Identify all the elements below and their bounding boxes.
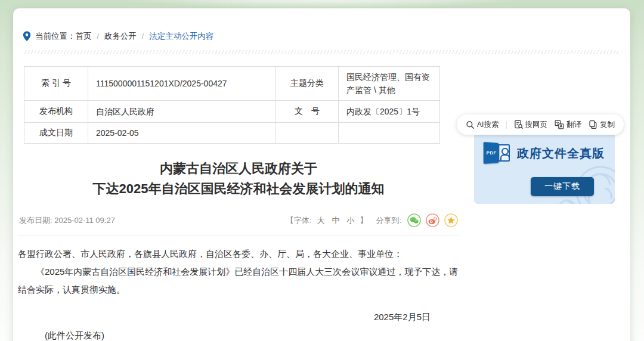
breadcrumb-separator: /	[97, 32, 99, 41]
favorite-star-icon[interactable]	[444, 213, 458, 227]
article-meta-row: 发布日期: 2025-02-11 09:27 【字体: 大 中 小 】 分享到:	[19, 213, 458, 227]
document-column: 索 引 号 1115000001151201XD/2025-00427 主题分类…	[18, 66, 459, 341]
toolbar-item-label: 复制	[600, 120, 615, 130]
floating-toolbar: AI搜索 搜网页 文A 翻译 复制	[457, 114, 624, 135]
sign-date: 2025年2月5日	[18, 312, 459, 323]
font-size-small-button[interactable]: 小	[346, 215, 354, 226]
copy-button[interactable]: 复制	[589, 120, 615, 130]
salutation-paragraph: 各盟行政公署、市人民政府，各旗县人民政府，自治区各委、办、厅、局，各大企业、事业…	[18, 245, 459, 263]
meta-label-topic-category: 主题分类	[276, 67, 339, 101]
public-release-note: (此件公开发布)	[18, 327, 459, 341]
document-body: 各盟行政公署、市人民政府，各旗县人民政府，自治区各委、办、厅、局，各大企业、事业…	[18, 245, 459, 299]
pdf-icon-label: PDF	[487, 150, 497, 156]
breadcrumb-gov-info[interactable]: 政务公开	[104, 31, 137, 42]
location-pin-icon	[23, 31, 31, 42]
hatched-divider	[23, 50, 618, 54]
ai-search-button[interactable]: AI搜索	[466, 120, 499, 130]
share-label: 分享到:	[376, 215, 401, 226]
pdf-card-title: 政府文件全真版	[517, 145, 605, 162]
font-widget-prefix: 【字体:	[286, 215, 312, 226]
font-share-widget: 【字体: 大 中 小 】 分享到:	[286, 213, 458, 227]
meta-value-issuing-agency: 自治区人民政府	[88, 101, 276, 123]
body-paragraph: 《2025年内蒙古自治区国民经济和社会发展计划》已经自治区十四届人大三次会议审议…	[18, 263, 459, 299]
section-divider	[18, 235, 459, 235]
breadcrumb: 当前位置： 首页 / 政务公开 / 法定主动公开内容	[13, 8, 630, 42]
meta-label-empty	[276, 123, 339, 144]
toolbar-item-label: 搜网页	[525, 120, 548, 130]
translate-icon: 文A	[555, 120, 564, 129]
page-title: 内蒙古自治区人民政府关于 下达2025年自治区国民经济和社会发展计划的通知	[18, 159, 459, 199]
meta-value-empty	[339, 123, 440, 144]
table-row: 成文日期 2025-02-05	[24, 123, 440, 144]
weibo-share-icon[interactable]	[426, 213, 439, 227]
breadcrumb-label: 当前位置：	[35, 31, 76, 42]
meta-value-index-number: 1115000001151201XD/2025-00427	[88, 67, 276, 101]
meta-label-document-number: 文 号	[276, 101, 339, 123]
toolbar-item-label: AI搜索	[477, 120, 499, 130]
pdf-card-header: PDF 政府文件全真版	[484, 142, 605, 164]
document-person-icon	[497, 144, 510, 162]
title-line-1: 内蒙古自治区人民政府关于	[18, 159, 459, 179]
download-button[interactable]: 一键下载	[531, 177, 594, 196]
breadcrumb-current[interactable]: 法定主动公开内容	[149, 31, 213, 42]
font-size-medium-button[interactable]: 中	[332, 215, 339, 226]
content-card: 当前位置： 首页 / 政务公开 / 法定主动公开内容 索 引 号 1115000…	[13, 8, 630, 341]
font-size-large-button[interactable]: 大	[317, 215, 324, 226]
document-meta-table: 索 引 号 1115000001151201XD/2025-00427 主题分类…	[24, 66, 440, 144]
meta-label-index-number: 索 引 号	[24, 67, 88, 101]
toolbar-item-label: 翻译	[566, 120, 581, 130]
table-row: 发布机构 自治区人民政府 文 号 内政发〔2025〕1号	[24, 101, 440, 123]
search-webpage-button[interactable]: 搜网页	[514, 120, 548, 130]
share-icons	[407, 213, 458, 227]
meta-value-topic-category: 国民经济管理、国有资产监管 \ 其他	[339, 67, 440, 101]
wechat-share-icon[interactable]	[407, 213, 421, 227]
pdf-file-icon: PDF	[484, 142, 511, 164]
meta-label-written-date: 成文日期	[24, 123, 88, 144]
meta-value-written-date: 2025-02-05	[88, 123, 276, 144]
meta-label-issuing-agency: 发布机构	[24, 101, 88, 123]
table-row: 索 引 号 1115000001151201XD/2025-00427 主题分类…	[24, 67, 440, 101]
main-area: 索 引 号 1115000001151201XD/2025-00427 主题分类…	[13, 66, 630, 341]
meta-value-document-number: 内政发〔2025〕1号	[339, 101, 440, 123]
search-icon	[466, 120, 475, 129]
font-widget-suffix: 】	[360, 215, 367, 226]
breadcrumb-separator: /	[142, 32, 144, 41]
publish-date: 发布日期: 2025-02-11 09:27	[19, 215, 115, 226]
svg-text:A: A	[559, 124, 562, 128]
translate-button[interactable]: 文A 翻译	[555, 120, 581, 130]
breadcrumb-home[interactable]: 首页	[76, 31, 92, 42]
document-search-icon	[514, 120, 523, 129]
copy-icon	[589, 120, 597, 129]
toolbar-divider	[506, 121, 507, 129]
page-background: 当前位置： 首页 / 政务公开 / 法定主动公开内容 索 引 号 1115000…	[0, 0, 644, 341]
pdf-download-card: PDF 政府文件全真版 一键下载	[474, 127, 615, 204]
title-line-2: 下达2025年自治区国民经济和社会发展计划的通知	[18, 179, 459, 199]
